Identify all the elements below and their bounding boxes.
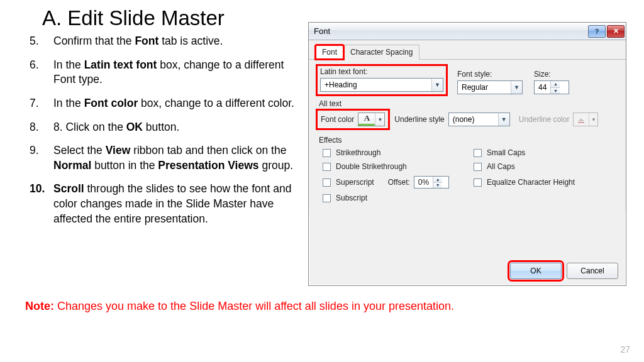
tab-character-spacing[interactable]: Character Spacing: [343, 45, 419, 60]
svg-rect-0: [578, 122, 584, 123]
allcaps-checkbox[interactable]: All Caps: [474, 162, 617, 171]
chevron-down-icon[interactable]: ▼: [433, 182, 442, 189]
chevron-down-icon[interactable]: ▼: [511, 81, 522, 94]
effects-label: Effects: [319, 136, 617, 145]
latin-text-font-combo[interactable]: +Heading ▼: [320, 78, 443, 92]
checkbox-icon: [323, 163, 331, 171]
step-number: 10.: [23, 182, 53, 226]
checkbox-icon: [474, 163, 482, 171]
strike-checkbox[interactable]: Strikethrough: [323, 148, 474, 157]
note-label: Note:: [25, 300, 57, 312]
all-text-label: All text: [319, 99, 617, 108]
close-button[interactable]: ✕: [607, 25, 625, 38]
step-text: Scroll through the slides to see how the…: [53, 182, 300, 226]
latin-text-font-label: Latin text font:: [320, 67, 443, 76]
font-style-group: Font style: Regular ▼: [457, 70, 523, 94]
latin-text-font-group: Latin text font: +Heading ▼: [318, 66, 446, 94]
note-body: Changes you make to the Slide Master wil…: [57, 300, 454, 312]
smallcaps-checkbox[interactable]: Small Caps: [474, 148, 617, 157]
dialog-body: Latin text font: +Heading ▼ Font style: …: [309, 60, 626, 210]
chevron-down-icon[interactable]: ▼: [589, 113, 597, 126]
step-text: 8. Click on the OK button.: [53, 120, 300, 135]
font-size-spinner[interactable]: 44 ▲ ▼: [534, 80, 569, 94]
checkbox-icon: [474, 149, 482, 157]
font-style-value: Regular: [458, 83, 511, 92]
font-color-button[interactable]: A ▼: [358, 112, 385, 126]
offset-value: 0%: [414, 177, 433, 188]
instruction-item: 10.Scroll through the slides to see how …: [23, 182, 300, 226]
underline-style-value: (none): [449, 115, 498, 124]
dstrike-checkbox[interactable]: Double Strikethrough: [323, 162, 474, 171]
checkbox-icon: [323, 149, 331, 157]
font-size-value: 44: [535, 81, 550, 94]
step-number: 5.: [23, 34, 53, 49]
step-number: 7.: [23, 96, 53, 111]
chevron-down-icon[interactable]: ▼: [498, 113, 509, 126]
chevron-down-icon[interactable]: ▼: [551, 87, 560, 94]
page-number: 27: [620, 344, 630, 354]
step-text: In the Font color box, change to a diffe…: [53, 96, 300, 111]
latin-text-font-value: +Heading: [321, 80, 431, 89]
instruction-item: 8.8. Click on the OK button.: [23, 120, 300, 135]
eqheight-checkbox[interactable]: Equalize Character Height: [474, 176, 617, 189]
cancel-button[interactable]: Cancel: [567, 263, 618, 279]
font-color-icon: A: [358, 113, 375, 126]
font-size-label: Size:: [534, 70, 569, 79]
step-text: Confirm that the Font tab is active.: [53, 34, 300, 49]
offset-spinner[interactable]: 0% ▲ ▼: [414, 176, 449, 189]
superscript-checkbox[interactable]: Superscript Offset: 0% ▲ ▼: [323, 176, 474, 189]
underline-color-label: Underline color: [519, 115, 570, 124]
font-color-label: Font color: [321, 115, 354, 124]
instruction-item: 7.In the Font color box, change to a dif…: [23, 96, 300, 111]
underline-color-button[interactable]: ▼: [573, 112, 598, 126]
font-color-group: Font color A ▼: [318, 111, 388, 128]
tab-font[interactable]: Font: [315, 45, 344, 60]
dialog-title: Font: [314, 26, 587, 36]
step-text: In the Latin text font box, change to a …: [53, 58, 300, 87]
font-dialog: Font ? ✕ Font Character Spacing Latin te…: [308, 22, 626, 286]
font-style-label: Font style:: [457, 70, 523, 79]
instruction-item: 6.In the Latin text font box, change to …: [23, 58, 300, 87]
help-button[interactable]: ?: [588, 25, 606, 38]
ok-button[interactable]: OK: [510, 263, 562, 279]
underline-style-combo[interactable]: (none) ▼: [448, 112, 510, 126]
subscript-checkbox[interactable]: Subscript: [323, 194, 474, 202]
checkbox-icon: [323, 178, 331, 187]
instructions-column: 5.Confirm that the Font tab is active.6.…: [23, 34, 300, 235]
chevron-up-icon[interactable]: ▲: [433, 177, 442, 182]
titlebar: Font ? ✕: [309, 23, 626, 40]
dialog-footer: OK Cancel: [510, 263, 618, 279]
font-style-combo[interactable]: Regular ▼: [457, 80, 523, 94]
step-number: 8.: [23, 120, 53, 135]
step-number: 9.: [23, 143, 53, 173]
note-line: Note: Changes you make to the Slide Mast…: [25, 300, 454, 313]
instruction-item: 9.Select the View ribbon tab and then cl…: [23, 143, 300, 173]
instruction-item: 5.Confirm that the Font tab is active.: [23, 34, 300, 49]
effects-grid: Strikethrough Small Caps Double Striketh…: [318, 148, 617, 202]
underline-style-label: Underline style: [394, 115, 444, 124]
checkbox-icon: [474, 178, 482, 187]
checkbox-icon: [323, 194, 331, 202]
bucket-icon: [574, 113, 589, 126]
instructions-list: 5.Confirm that the Font tab is active.6.…: [23, 34, 300, 226]
step-text: Select the View ribbon tab and then clic…: [53, 143, 300, 173]
chevron-down-icon[interactable]: ▼: [375, 113, 384, 126]
chevron-up-icon[interactable]: ▲: [551, 81, 560, 87]
step-number: 6.: [23, 58, 53, 87]
tab-strip: Font Character Spacing: [309, 40, 626, 60]
chevron-down-icon[interactable]: ▼: [431, 79, 443, 91]
offset-label: Offset:: [388, 178, 410, 187]
offset-group: Offset: 0% ▲ ▼: [388, 176, 449, 189]
font-size-group: Size: 44 ▲ ▼: [534, 70, 569, 94]
